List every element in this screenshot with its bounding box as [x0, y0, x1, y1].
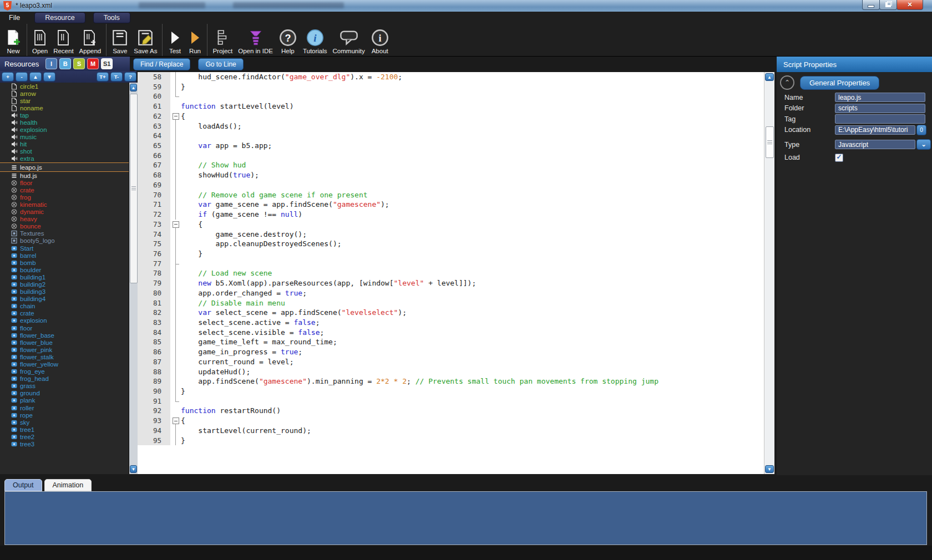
fold-toggle-icon[interactable]	[170, 111, 181, 121]
code-line[interactable]: 95}	[138, 436, 764, 446]
code-line[interactable]: 67 // Show hud	[138, 160, 764, 170]
toolbar-button-open[interactable]: Open	[29, 24, 50, 56]
tree-button-text-smaller[interactable]: T-	[110, 72, 123, 82]
resource-badge-i[interactable]: I	[45, 58, 57, 69]
tree-item-floor[interactable]: floor	[0, 324, 129, 332]
tree-item-start[interactable]: Start	[0, 245, 129, 252]
code-line[interactable]: 94 startLevel(current_round);	[138, 426, 764, 436]
code-line[interactable]: 72 if (game_scene !== null)	[138, 210, 764, 220]
code-line[interactable]: 84 select_scene.visible = false;	[138, 328, 764, 338]
tree-button-move-down[interactable]: ▼	[43, 72, 55, 82]
tree-button-add[interactable]: +	[2, 72, 14, 82]
code-line[interactable]: 74 game_scene.destroy();	[138, 230, 764, 240]
tree-item-frog-head[interactable]: frog_head	[0, 375, 129, 383]
tree-button-help[interactable]: ?	[124, 72, 136, 82]
code-line[interactable]: 90}	[138, 386, 764, 396]
tree-item-shot[interactable]: shot	[0, 148, 129, 155]
fold-toggle-icon[interactable]	[170, 220, 181, 230]
tree-item-kinematic[interactable]: kinematic	[0, 201, 129, 208]
tree-item-floor[interactable]: floor	[0, 179, 129, 186]
code-line[interactable]: 77	[138, 259, 764, 269]
code-line[interactable]: 82 var select_scene = app.findScene("lev…	[138, 308, 764, 318]
toolbar-button-save[interactable]: Save	[109, 24, 131, 56]
code-line[interactable]: 83 select_scene.active = false;	[138, 318, 764, 328]
close-button[interactable]: ✕	[896, 0, 923, 10]
tree-item-tap[interactable]: tap	[0, 111, 129, 119]
resource-badge-s1[interactable]: S1	[101, 58, 113, 69]
tree-item-flower-base[interactable]: flower_base	[0, 332, 129, 339]
resource-badge-m[interactable]: M	[87, 58, 99, 69]
code-line[interactable]: 75 app.cleanupDestroyedScenes();	[138, 239, 764, 249]
tab-animation[interactable]: Animation	[44, 479, 92, 491]
toolbar-button-new[interactable]: New	[2, 24, 24, 56]
tree-item-plank[interactable]: plank	[0, 397, 129, 404]
tree-item-building2[interactable]: building2	[0, 281, 129, 288]
code-line[interactable]: 58 hud_scene.findActor("game_over_dlg").…	[138, 72, 764, 82]
code-line[interactable]: 66	[138, 151, 764, 161]
menu-item-resource[interactable]: Resource	[34, 12, 85, 23]
code-line[interactable]: 88 updateHud();	[138, 367, 764, 377]
tree-item-flower-blue[interactable]: flower_blue	[0, 339, 129, 346]
code-line[interactable]: 71 var game_scene = app.findScene("games…	[138, 200, 764, 210]
resource-badge-b[interactable]: B	[59, 58, 71, 69]
chevron-down-icon[interactable]: ⌄	[916, 139, 931, 150]
tree-item-frog[interactable]: frog	[0, 194, 129, 201]
code-line[interactable]: 60	[138, 91, 764, 101]
browse-location-button[interactable]: 0	[916, 125, 926, 135]
tree-item-barrel[interactable]: barrel	[0, 252, 129, 259]
code-line[interactable]: 59}	[138, 82, 764, 92]
tree-item-rope[interactable]: rope	[0, 411, 129, 419]
tree-item-grass[interactable]: grass	[0, 383, 129, 390]
tree-item-health[interactable]: health	[0, 119, 129, 126]
tree-item-extra[interactable]: extra	[0, 155, 129, 162]
toolbar-button-help[interactable]: ?Help	[276, 24, 300, 56]
tree-item-boulder[interactable]: boulder	[0, 266, 129, 273]
tree-item-tree3[interactable]: tree3	[0, 441, 129, 448]
tree-item-building1[interactable]: building1	[0, 273, 129, 281]
go-to-line-button[interactable]: Go to Line	[198, 58, 243, 70]
tree-item-sky[interactable]: sky	[0, 419, 129, 426]
code-line[interactable]: 92function restartRound()	[138, 406, 764, 416]
code-line[interactable]: 61function startLevel(level)	[138, 101, 764, 111]
code-line[interactable]: 93{	[138, 416, 764, 426]
tree-scroll-down-button[interactable]: ▼	[130, 465, 137, 473]
tree-item-music[interactable]: music	[0, 134, 129, 141]
tree-item-explosion[interactable]: explosion	[0, 317, 129, 324]
tree-item-bomb[interactable]: bomb	[0, 259, 129, 266]
code-line[interactable]: 62{	[138, 111, 764, 121]
toolbar-button-open-in-ide[interactable]: Open in IDE	[235, 24, 276, 56]
folder-field[interactable]: scripts	[835, 104, 925, 113]
code-line[interactable]: 64	[138, 131, 764, 141]
restore-button[interactable]	[879, 0, 897, 10]
code-line[interactable]: 69	[138, 180, 764, 190]
code-line[interactable]: 81 // Disable main menu	[138, 298, 764, 308]
menu-item-tools[interactable]: Tools	[93, 12, 130, 23]
tree-button-move-up[interactable]: ▲	[29, 72, 42, 82]
resource-tree[interactable]: circle1arrowstarnonametaphealthexplosion…	[0, 83, 129, 474]
tree-item-flower-stalk[interactable]: flower_stalk	[0, 353, 129, 360]
code-line[interactable]: 86 game_in_progress = true;	[138, 347, 764, 357]
toolbar-button-about[interactable]: iAbout	[368, 24, 392, 56]
code-line[interactable]: 65 var app = b5.app;	[138, 141, 764, 151]
toolbar-button-append[interactable]: Append	[77, 24, 104, 56]
code-line[interactable]: 70 // Remove old game scene if one prese…	[138, 190, 764, 200]
code-line[interactable]: 79 new b5.Xoml(app).parseResources(app, …	[138, 278, 764, 288]
tree-button-text-larger[interactable]: T+	[97, 72, 109, 82]
code-line[interactable]: 80 app.order_changed = true;	[138, 288, 764, 298]
code-line[interactable]: 68 showHud(true);	[138, 170, 764, 180]
location-field[interactable]: E:\AppEasy\html5\tutori	[835, 125, 915, 135]
tree-scroll-thumb[interactable]	[130, 94, 138, 283]
code-line[interactable]: 89 app.findScene("gamescene").min_pannin…	[138, 376, 764, 386]
tree-scrollbar[interactable]: ▲ ▼	[129, 83, 138, 474]
tree-item-explosion[interactable]: explosion	[0, 126, 129, 134]
tag-field[interactable]	[835, 114, 925, 124]
editor-scrollbar[interactable]: ▲ ▼	[764, 72, 774, 474]
tree-item-flower-yellow[interactable]: flower_yellow	[0, 360, 129, 368]
toolbar-button-recent[interactable]: Recent	[50, 24, 76, 56]
name-field[interactable]: leapo.js	[835, 93, 925, 102]
editor-scroll-up-button[interactable]: ▲	[765, 73, 774, 81]
toolbar-button-project[interactable]: Project	[210, 24, 235, 56]
general-properties-section-button[interactable]: General Properties	[800, 76, 879, 90]
tree-item-tree2[interactable]: tree2	[0, 433, 129, 440]
tree-item-leapo-js[interactable]: leapo.js	[0, 162, 129, 172]
